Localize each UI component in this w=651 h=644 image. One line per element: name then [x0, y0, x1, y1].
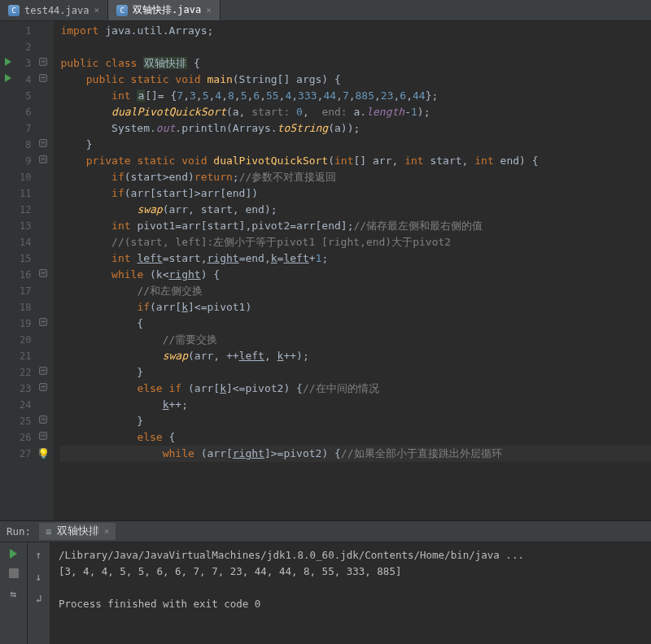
- fold-toggle-icon[interactable]: −: [39, 416, 47, 424]
- console-line: Process finished with exit code 0: [59, 596, 643, 612]
- run-config-label: 双轴快排: [57, 524, 99, 538]
- line-number-gutter: 1234567891011121314151617181920212223242…: [16, 21, 36, 520]
- fold-gutter: −−−−−−−−−−−💡: [36, 21, 54, 520]
- line-number: 15: [20, 250, 31, 267]
- down-icon[interactable]: ↓: [36, 571, 42, 583]
- line-number: 25: [20, 413, 31, 429]
- line-number: 5: [20, 88, 31, 104]
- code-line[interactable]: if(arr[start]>arr[end]): [60, 185, 651, 202]
- line-number: 1: [20, 23, 31, 39]
- line-number: 14: [20, 234, 31, 250]
- close-icon[interactable]: ×: [104, 526, 110, 537]
- line-number: 6: [20, 104, 31, 120]
- code-line[interactable]: //需要交换: [60, 332, 651, 348]
- line-number: 24: [20, 397, 31, 413]
- fold-toggle-icon[interactable]: −: [39, 155, 47, 163]
- code-line[interactable]: while (k<right) {: [60, 267, 651, 283]
- fold-toggle-icon[interactable]: −: [39, 432, 47, 440]
- wrap-icon[interactable]: ↲: [36, 593, 42, 605]
- line-number: 22: [20, 364, 31, 381]
- line-number: 20: [20, 332, 31, 348]
- console-toolbar: ↑ ↓ ↲: [28, 542, 50, 644]
- run-toolwindow: Run: ≡ 双轴快排 × ⇆ ↑ ↓ ↲ /Library/Java/Java…: [0, 520, 651, 644]
- code-line[interactable]: }: [60, 413, 651, 429]
- code-line[interactable]: else if (arr[k]<=pivot2) {//在中间的情况: [60, 381, 651, 397]
- line-number: 7: [20, 120, 31, 137]
- line-number: 26: [20, 429, 31, 446]
- line-number: 4: [20, 72, 31, 88]
- code-line[interactable]: else {: [60, 429, 651, 446]
- fold-toggle-icon[interactable]: −: [39, 74, 47, 82]
- console-line: [59, 580, 643, 596]
- code-line[interactable]: import java.util.Arrays;: [60, 23, 651, 39]
- code-line[interactable]: int a[]= {7,3,5,4,8,5,6,55,4,333,44,7,88…: [60, 88, 651, 104]
- code-line[interactable]: dualPivotQuickSort(a, start: 0, end: a.l…: [60, 104, 651, 120]
- fold-toggle-icon[interactable]: −: [39, 383, 47, 391]
- stop-icon[interactable]: [9, 568, 19, 578]
- console-line: [3, 4, 4, 5, 5, 6, 6, 7, 7, 23, 44, 44, …: [59, 564, 643, 580]
- code-line[interactable]: private static void dualPivotQuickSort(i…: [60, 153, 651, 169]
- tab-label: 双轴快排.java: [133, 3, 201, 17]
- run-label: Run:: [7, 525, 31, 537]
- fold-toggle-icon[interactable]: −: [39, 269, 47, 277]
- line-number: 2: [20, 39, 31, 55]
- line-number: 27: [20, 446, 31, 462]
- line-number: 16: [20, 267, 31, 283]
- code-line[interactable]: while (arr[right]>=pivot2) {//如果全部小于直接跳出…: [60, 446, 651, 462]
- code-area[interactable]: import java.util.Arrays;public class 双轴快…: [54, 21, 651, 520]
- run-line-icon[interactable]: [5, 74, 11, 82]
- run-line-icon[interactable]: [5, 58, 11, 66]
- line-number: 18: [20, 299, 31, 315]
- run-gutter: [0, 21, 16, 520]
- run-config-icon: ≡: [46, 525, 52, 537]
- java-file-icon: C: [116, 5, 128, 16]
- console-output[interactable]: /Library/Java/JavaVirtualMachines/jdk1.8…: [50, 542, 651, 644]
- close-icon[interactable]: ×: [94, 5, 99, 15]
- fold-toggle-icon[interactable]: −: [39, 139, 47, 147]
- run-config-tab[interactable]: ≡ 双轴快排 ×: [39, 523, 116, 540]
- line-number: 13: [20, 218, 31, 234]
- console-line: /Library/Java/JavaVirtualMachines/jdk1.8…: [59, 547, 643, 564]
- line-number: 17: [20, 283, 31, 299]
- line-number: 8: [20, 137, 31, 153]
- line-number: 12: [20, 202, 31, 218]
- code-line[interactable]: //和左侧交换: [60, 283, 651, 299]
- rerun-icon[interactable]: [10, 549, 17, 559]
- code-line[interactable]: //(start, left]:左侧小于等于pivot1 [right,end)…: [60, 234, 651, 250]
- tab-test44[interactable]: C test44.java ×: [0, 0, 108, 20]
- line-number: 11: [20, 185, 31, 202]
- code-line[interactable]: [60, 39, 651, 55]
- line-number: 19: [20, 315, 31, 332]
- fold-toggle-icon[interactable]: −: [39, 58, 47, 66]
- editor-tabs: C test44.java × C 双轴快排.java ×: [0, 0, 651, 21]
- code-line[interactable]: int pivot1=arr[start],pivot2=arr[end];//…: [60, 218, 651, 234]
- code-line[interactable]: public class 双轴快排 {: [60, 55, 651, 72]
- code-line[interactable]: {: [60, 315, 651, 332]
- line-number: 3: [20, 55, 31, 72]
- code-line[interactable]: System.out.println(Arrays.toString(a));: [60, 120, 651, 137]
- line-number: 10: [20, 169, 31, 185]
- line-number: 21: [20, 348, 31, 364]
- fold-toggle-icon[interactable]: −: [39, 318, 47, 326]
- code-line[interactable]: swap(arr, ++left, k++);: [60, 348, 651, 364]
- code-line[interactable]: swap(arr, start, end);: [60, 202, 651, 218]
- code-line[interactable]: }: [60, 137, 651, 153]
- code-line[interactable]: int left=start,right=end,k=left+1;: [60, 250, 651, 267]
- run-toolbar: ⇆: [0, 542, 28, 644]
- java-file-icon: C: [8, 5, 20, 16]
- intention-bulb-icon[interactable]: 💡: [37, 446, 50, 462]
- fold-toggle-icon[interactable]: −: [39, 367, 47, 375]
- close-icon[interactable]: ×: [206, 5, 212, 15]
- line-number: 9: [20, 153, 31, 169]
- tab-dualpivot[interactable]: C 双轴快排.java ×: [108, 0, 221, 20]
- code-line[interactable]: public static void main(String[] args) {: [60, 72, 651, 88]
- code-editor[interactable]: 1234567891011121314151617181920212223242…: [0, 21, 651, 520]
- code-line[interactable]: k++;: [60, 397, 651, 413]
- code-line[interactable]: if(start>end)return;//参数不对直接返回: [60, 169, 651, 185]
- code-line[interactable]: if(arr[k]<=pivot1): [60, 299, 651, 315]
- layout-icon[interactable]: ⇆: [11, 588, 17, 600]
- up-icon[interactable]: ↑: [36, 549, 42, 561]
- line-number: 23: [20, 381, 31, 397]
- tab-label: test44.java: [24, 5, 89, 16]
- code-line[interactable]: }: [60, 364, 651, 381]
